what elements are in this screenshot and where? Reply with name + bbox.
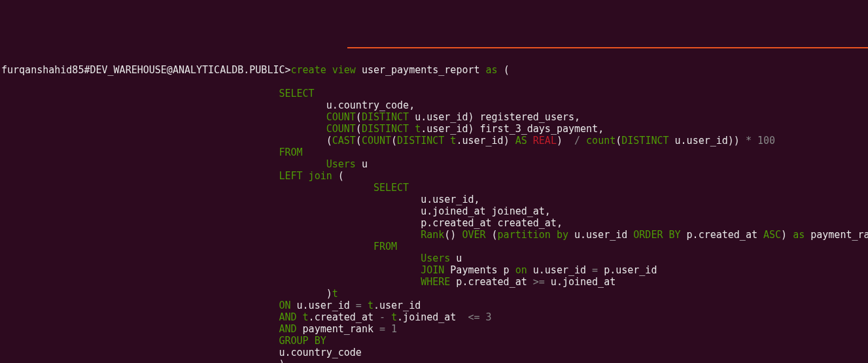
sql-keyword: FROM (279, 147, 302, 158)
sql-keyword: SELECT (279, 88, 314, 99)
table-name: Users (326, 158, 356, 170)
window-top-border (347, 47, 868, 48)
terminal-output[interactable]: furqanshahid85#DEV_WAREHOUSE@ANALYTICALD… (0, 60, 868, 363)
sql-keyword: as (486, 64, 498, 76)
view-name: user_payments_report (356, 64, 486, 76)
sql-keyword: create view (291, 64, 356, 76)
sql-prompt: furqanshahid85#DEV_WAREHOUSE@ANALYTICALD… (1, 64, 291, 76)
